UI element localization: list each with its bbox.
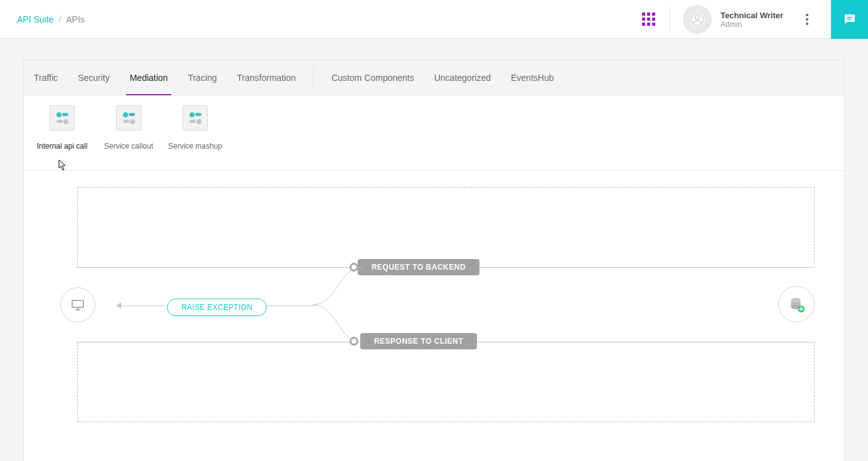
tab-tracing[interactable]: Tracing <box>178 60 227 95</box>
main-panel: Traffic Security Mediation Tracing Trans… <box>23 60 845 461</box>
tool-label: Internal api call <box>37 142 88 151</box>
client-node[interactable] <box>60 287 95 322</box>
exception-arrow-line <box>118 305 165 306</box>
header-divider <box>670 7 670 32</box>
tabs-divider <box>313 65 314 90</box>
raise-exception-button[interactable]: RAISE EXCEPTION <box>167 299 267 316</box>
more-menu-icon[interactable] <box>802 10 812 29</box>
exception-arrow-head <box>116 302 121 309</box>
flow-mid-line <box>267 305 314 306</box>
tab-uncategorized[interactable]: Uncategorized <box>424 60 501 95</box>
flow-curve-top <box>313 267 363 305</box>
user-name: Technical Writer <box>721 11 783 20</box>
tab-transformation[interactable]: Transformation <box>227 60 306 95</box>
tab-traffic[interactable]: Traffic <box>24 60 68 95</box>
tool-internal-api-call[interactable]: Internal api call <box>31 105 93 151</box>
breadcrumb-current: APIs <box>66 14 85 24</box>
chat-icon <box>842 12 857 27</box>
response-to-client-label[interactable]: RESPONSE TO CLIENT <box>360 333 477 349</box>
chat-button[interactable] <box>831 0 868 39</box>
tool-service-mashup[interactable]: Service mashup <box>164 105 226 151</box>
tabs-row: Traffic Security Mediation Tracing Trans… <box>24 60 844 95</box>
avatar-user-icon <box>689 11 705 28</box>
tab-mediation[interactable]: Mediation <box>120 60 178 95</box>
user-info: Technical Writer Admin <box>721 11 783 29</box>
svg-rect-3 <box>72 300 83 307</box>
tab-security[interactable]: Security <box>68 60 120 95</box>
tool-label: Service callout <box>104 142 153 151</box>
backend-node[interactable] <box>778 286 815 322</box>
breadcrumb-separator: / <box>58 14 61 24</box>
request-to-backend-label[interactable]: REQUEST TO BACKEND <box>358 259 480 275</box>
header-right: Technical Writer Admin <box>642 0 868 39</box>
svg-rect-2 <box>847 19 851 20</box>
monitor-icon <box>70 297 85 312</box>
breadcrumb: API Suite / APIs <box>17 14 85 24</box>
tab-eventshub[interactable]: EventsHub <box>501 60 564 95</box>
tool-icon-service-callout <box>116 105 141 130</box>
flow-canvas[interactable]: REQUEST TO BACKEND RESPONSE TO CLIENT RA… <box>24 171 844 443</box>
tool-icon-internal-api-call <box>50 105 75 130</box>
request-drop-zone[interactable] <box>77 187 815 268</box>
tab-custom-components[interactable]: Custom Components <box>321 60 424 95</box>
user-role: Admin <box>721 20 783 29</box>
flow-curve-bottom <box>313 305 363 342</box>
avatar[interactable] <box>683 5 712 34</box>
top-header: API Suite / APIs Technical Writer Admin <box>0 0 868 39</box>
breadcrumb-root[interactable]: API Suite <box>17 14 53 24</box>
svg-rect-1 <box>847 17 853 18</box>
tool-row: Internal api call Service callout Servic… <box>24 95 844 171</box>
response-drop-zone[interactable] <box>77 342 815 422</box>
tool-label: Service mashup <box>168 142 222 151</box>
apps-grid-icon[interactable] <box>642 13 656 26</box>
tool-icon-service-mashup <box>183 105 208 130</box>
database-icon <box>788 296 805 312</box>
tool-service-callout[interactable]: Service callout <box>98 105 159 151</box>
